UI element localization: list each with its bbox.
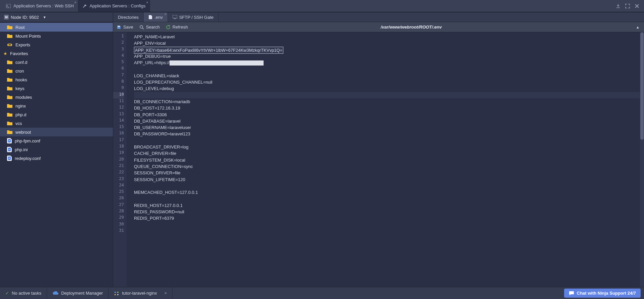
main-tab-webssh[interactable]: Application Servers : Web SSH ×: [2, 0, 78, 12]
code-line[interactable]: SESSION_LIFETIME=120: [134, 176, 644, 183]
code-line[interactable]: QUEUE_CONNECTION=sync: [134, 163, 644, 170]
wrench-icon: [82, 4, 87, 8]
code-line[interactable]: MEMCACHED_HOST=127.0.0.1: [134, 189, 644, 196]
tree-item-phpini[interactable]: o php.ini: [0, 145, 113, 154]
sidebar: M Node ID: 9502 ▼ Root Mount Points Expo…: [0, 12, 113, 287]
file-tree: Root Mount Points Exports ★ Favorites co…: [0, 22, 113, 287]
tree-item-modules[interactable]: modules: [0, 93, 113, 101]
code-line[interactable]: SESSION_DRIVER=file: [134, 170, 644, 176]
editor-tab-sftp[interactable]: SFTP / SSH Gate: [168, 12, 219, 22]
code-line[interactable]: APP_KEY=base64:wrxFoPax8I6vYtVWr+1lbW+67…: [134, 47, 644, 53]
code-line[interactable]: DB_CONNECTION=mariadb: [134, 98, 644, 105]
code-line[interactable]: LOG_CHANNEL=stack: [134, 73, 644, 79]
tab-label: Directories: [118, 15, 139, 20]
svg-rect-3: [173, 15, 177, 18]
chevron-down-icon: ▼: [43, 15, 46, 19]
tree-item-nginx[interactable]: nginx: [0, 101, 113, 110]
tab-label: .env: [154, 15, 163, 20]
expand-icon[interactable]: [625, 4, 630, 8]
code-line[interactable]: LOG_DEPRECATIONS_CHANNEL=null: [134, 79, 644, 85]
close-icon[interactable]: [635, 4, 639, 8]
folder-icon: [7, 86, 13, 91]
code-line[interactable]: BROADCAST_DRIVER=log: [134, 144, 644, 150]
editor-tabs: Directories .env × SFTP / SSH Gate: [113, 12, 644, 22]
tree-item-mount[interactable]: Mount Points: [0, 32, 113, 40]
scroll-up-button[interactable]: ▴: [635, 25, 641, 30]
code-line[interactable]: DB_PASSWORD=laravel123: [134, 131, 644, 137]
code-line[interactable]: [134, 222, 644, 228]
search-button[interactable]: Search: [139, 25, 160, 30]
refresh-button[interactable]: Refresh: [166, 25, 188, 30]
tree-item-webroot[interactable]: webroot: [0, 128, 113, 136]
chat-icon: [569, 291, 574, 296]
tree-item-phpd[interactable]: php.d: [0, 110, 113, 119]
code-line[interactable]: [134, 137, 644, 144]
tree-item-exports[interactable]: Exports: [0, 40, 113, 49]
scrollbar[interactable]: [640, 32, 644, 287]
code-line[interactable]: DB_DATABASE=laravel: [134, 118, 644, 124]
close-icon[interactable]: ×: [165, 291, 167, 296]
editor-tab-directories[interactable]: Directories: [113, 12, 144, 22]
close-icon[interactable]: ×: [74, 1, 76, 4]
environment-tab[interactable]: tutor-laravel-nginx ×: [108, 287, 173, 299]
tree-item-cron[interactable]: cron: [0, 67, 113, 75]
editor-tab-env[interactable]: .env ×: [144, 12, 168, 22]
terminal-icon: [6, 4, 11, 8]
code-line[interactable]: [134, 183, 644, 189]
code-editor[interactable]: 1234567891011121314151617181920212223242…: [113, 32, 644, 287]
bottom-bar: ✓ No active tasks Deployment Manager tut…: [0, 287, 644, 299]
svg-rect-0: [6, 4, 11, 8]
folder-icon: [7, 95, 13, 99]
code-line[interactable]: [134, 66, 644, 72]
tasks-status[interactable]: ✓ No active tasks: [0, 287, 47, 299]
tree-item-redeploy[interactable]: o redeploy.conf: [0, 154, 113, 163]
tree-item-vcs[interactable]: vcs: [0, 119, 113, 128]
code-body[interactable]: APP_NAME=LaravelAPP_ENV=localAPP_KEY=bas…: [127, 32, 644, 287]
tree-item-hooks[interactable]: hooks: [0, 75, 113, 84]
file-icon: o: [7, 156, 12, 161]
code-line[interactable]: REDIS_PASSWORD=null: [134, 209, 644, 215]
code-line[interactable]: APP_NAME=Laravel: [134, 34, 644, 40]
refresh-icon: [166, 25, 171, 30]
tree-item-favorites[interactable]: ★ Favorites: [0, 49, 113, 58]
code-line[interactable]: DB_PORT=3306: [134, 112, 644, 118]
save-button[interactable]: Save: [117, 25, 133, 30]
svg-point-8: [114, 294, 116, 295]
code-line[interactable]: CACHE_DRIVER=file: [134, 150, 644, 157]
monitor-icon: [173, 15, 177, 19]
code-line[interactable]: APP_URL=https://: [134, 59, 644, 66]
code-line[interactable]: DB_USERNAME=laraveluser: [134, 124, 644, 131]
check-icon: ✓: [5, 291, 9, 296]
line-gutter: 1234567891011121314151617181920212223242…: [113, 32, 127, 287]
code-line[interactable]: FILESYSTEM_DISK=local: [134, 157, 644, 163]
code-line[interactable]: REDIS_PORT=6379: [134, 215, 644, 221]
node-dropdown[interactable]: M Node ID: 9502 ▼: [0, 12, 113, 22]
code-line[interactable]: [134, 92, 644, 98]
file-icon: [148, 15, 152, 19]
code-line[interactable]: LOG_LEVEL=debug: [134, 85, 644, 92]
folder-icon: [7, 130, 13, 134]
close-icon[interactable]: ×: [146, 1, 148, 4]
tree-item-phpfpm[interactable]: o php-fpm.conf: [0, 136, 113, 145]
code-line[interactable]: APP_ENV=local: [134, 40, 644, 46]
code-line[interactable]: REDIS_HOST=127.0.0.1: [134, 202, 644, 209]
code-line[interactable]: [134, 196, 644, 202]
code-line[interactable]: DB_HOST=172.16.3.19: [134, 105, 644, 111]
deployment-manager-button[interactable]: Deployment Manager: [47, 287, 108, 299]
tree-item-root[interactable]: Root: [0, 23, 113, 32]
chat-support-button[interactable]: Chat with Ninja Support 24/7: [564, 289, 641, 298]
svg-rect-2: [8, 44, 11, 45]
tree-item-keys[interactable]: keys: [0, 84, 113, 93]
main-tab-configs[interactable]: Application Servers : Configs ×: [78, 0, 150, 12]
window-controls: [616, 0, 644, 12]
close-icon[interactable]: ×: [165, 13, 167, 16]
star-icon: ★: [3, 51, 7, 56]
editor-toolbar: Save Search Refresh /var/www/webroot/ROO…: [113, 22, 644, 32]
search-icon: [139, 25, 144, 30]
code-line[interactable]: APP_DEBUG=true: [134, 53, 644, 59]
scrollbar-thumb[interactable]: [640, 32, 644, 140]
link-icon: [7, 42, 13, 47]
download-icon[interactable]: [616, 4, 620, 8]
tree-item-confd[interactable]: conf.d: [0, 58, 113, 67]
code-line[interactable]: [134, 228, 644, 234]
